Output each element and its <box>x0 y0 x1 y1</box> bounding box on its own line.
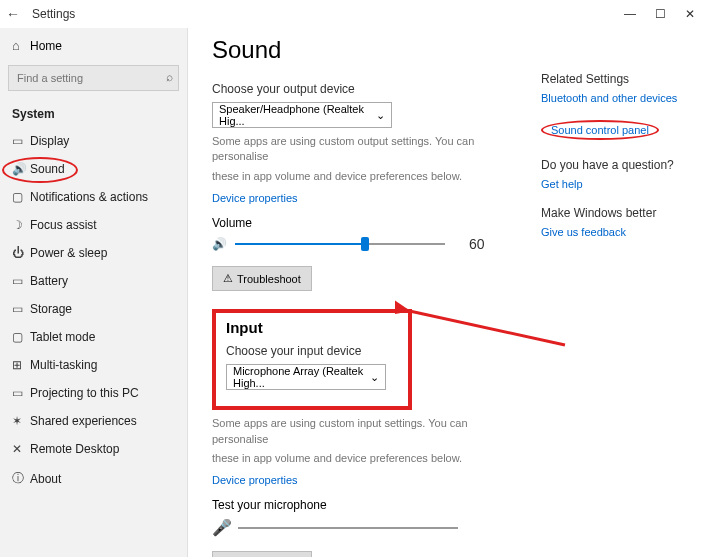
display-icon: ▭ <box>12 134 30 148</box>
related-heading: Related Settings <box>541 72 699 86</box>
volume-label: Volume <box>212 216 525 230</box>
question-heading: Do you have a question? <box>541 158 699 172</box>
output-label: Choose your output device <box>212 82 525 96</box>
output-hint: Some apps are using custom output settin… <box>212 134 492 165</box>
group-label: System <box>0 101 187 127</box>
input-device-dropdown[interactable]: Microphone Array (Realtek High... ⌄ <box>226 364 386 390</box>
warning-icon: ⚠ <box>223 272 233 285</box>
nav-display[interactable]: ▭Display <box>0 127 187 155</box>
volume-icon: 🔊 <box>212 237 227 251</box>
nav-storage[interactable]: ▭Storage <box>0 295 187 323</box>
input-hint: Some apps are using custom input setting… <box>212 416 492 447</box>
content-area: Sound Choose your output device Speaker/… <box>188 28 541 557</box>
about-icon: ⓘ <box>12 470 30 487</box>
output-device-value: Speaker/Headphone (Realtek Hig... <box>219 103 376 127</box>
nav-tablet[interactable]: ▢Tablet mode <box>0 323 187 351</box>
window-title: Settings <box>32 7 615 21</box>
volume-value: 60 <box>469 236 485 252</box>
output-troubleshoot-button[interactable]: ⚠Troubleshoot <box>212 266 312 291</box>
multitask-icon: ⊞ <box>12 358 30 372</box>
back-button[interactable]: ← <box>6 6 24 22</box>
test-mic-label: Test your microphone <box>212 498 525 512</box>
search-icon: ⌕ <box>166 70 173 84</box>
mic-level-bar <box>238 527 458 529</box>
page-title: Sound <box>212 36 525 64</box>
sound-control-panel-link[interactable]: Sound control panel <box>541 120 659 140</box>
home-label: Home <box>30 39 62 53</box>
input-hint2: these in app volume and device preferenc… <box>212 451 492 466</box>
minimize-button[interactable]: — <box>615 7 645 21</box>
chevron-down-icon: ⌄ <box>376 109 385 122</box>
output-device-properties-link[interactable]: Device properties <box>212 192 298 204</box>
nav-multitask[interactable]: ⊞Multi-tasking <box>0 351 187 379</box>
close-button[interactable]: ✕ <box>675 7 705 21</box>
input-device-value: Microphone Array (Realtek High... <box>233 365 370 389</box>
nav-projecting[interactable]: ▭Projecting to this PC <box>0 379 187 407</box>
right-panel: Related Settings Bluetooth and other dev… <box>541 28 711 557</box>
nav-shared[interactable]: ✶Shared experiences <box>0 407 187 435</box>
volume-slider[interactable] <box>235 237 445 251</box>
search-box[interactable]: ⌕ <box>8 65 179 91</box>
battery-icon: ▭ <box>12 274 30 288</box>
output-hint2: these in app volume and device preferenc… <box>212 169 492 184</box>
nav-remote[interactable]: ✕Remote Desktop <box>0 435 187 463</box>
remote-icon: ✕ <box>12 442 30 456</box>
maximize-button[interactable]: ☐ <box>645 7 675 21</box>
storage-icon: ▭ <box>12 302 30 316</box>
input-device-properties-link[interactable]: Device properties <box>212 474 298 486</box>
power-icon: ⏻ <box>12 246 30 260</box>
input-label: Choose your input device <box>226 344 398 358</box>
home-icon: ⌂ <box>12 38 30 53</box>
nav-power[interactable]: ⏻Power & sleep <box>0 239 187 267</box>
nav-notifications[interactable]: ▢Notifications & actions <box>0 183 187 211</box>
chevron-down-icon: ⌄ <box>370 371 379 384</box>
feedback-link[interactable]: Give us feedback <box>541 226 699 238</box>
shared-icon: ✶ <box>12 414 30 428</box>
input-heading: Input <box>226 319 398 336</box>
input-section-highlight: Input Choose your input device Microphon… <box>212 309 412 410</box>
nav-battery[interactable]: ▭Battery <box>0 267 187 295</box>
nav-about[interactable]: ⓘAbout <box>0 463 187 494</box>
bluetooth-link[interactable]: Bluetooth and other devices <box>541 92 699 104</box>
sidebar: ⌂ Home ⌕ System ▭Display 🔊Sound ▢Notific… <box>0 28 188 557</box>
slider-thumb[interactable] <box>361 237 369 251</box>
sound-icon: 🔊 <box>12 162 30 176</box>
input-troubleshoot-button[interactable]: ⚠Troubleshoot <box>212 551 312 557</box>
microphone-icon: 🎤 <box>212 518 232 537</box>
better-heading: Make Windows better <box>541 206 699 220</box>
output-device-dropdown[interactable]: Speaker/Headphone (Realtek Hig... ⌄ <box>212 102 392 128</box>
get-help-link[interactable]: Get help <box>541 178 699 190</box>
focus-icon: ☽ <box>12 218 30 232</box>
titlebar: ← Settings — ☐ ✕ <box>0 0 711 28</box>
search-input[interactable] <box>8 65 179 91</box>
tablet-icon: ▢ <box>12 330 30 344</box>
notifications-icon: ▢ <box>12 190 30 204</box>
nav-sound[interactable]: 🔊Sound <box>0 155 187 183</box>
home-nav[interactable]: ⌂ Home <box>0 32 187 59</box>
projecting-icon: ▭ <box>12 386 30 400</box>
nav-focus-assist[interactable]: ☽Focus assist <box>0 211 187 239</box>
